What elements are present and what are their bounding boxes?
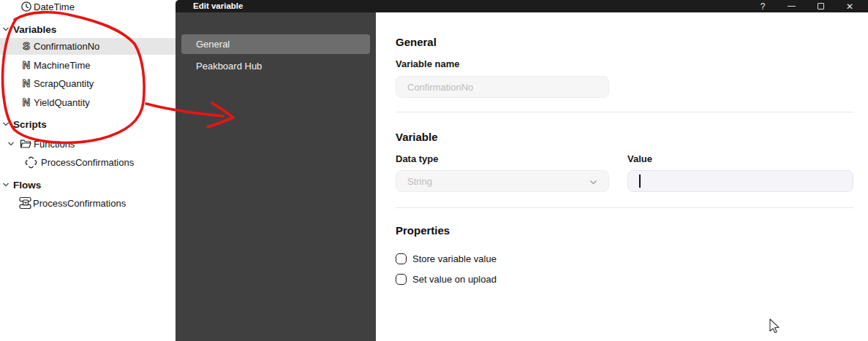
checkbox-label: Store variable value	[412, 253, 497, 264]
nav-item-label: General	[196, 39, 230, 50]
tree-item-machinetime[interactable]: N MachineTime	[0, 57, 176, 73]
nav-item-general[interactable]: General	[181, 34, 370, 54]
chevron-down-icon[interactable]	[1, 120, 10, 129]
tree-item-label: ProcessConfirmations	[33, 198, 126, 209]
tree-group-scripts[interactable]: Scripts	[0, 116, 176, 132]
number-type-icon: N	[20, 77, 32, 90]
clock-icon	[20, 1, 32, 12]
tree-group-label: Flows	[13, 180, 41, 191]
data-type-label: Data type	[396, 153, 439, 164]
minimize-button[interactable]	[780, 0, 802, 12]
value-input[interactable]	[627, 170, 853, 192]
flow-icon	[19, 196, 32, 210]
tree-item-label: YieldQuantity	[34, 97, 90, 108]
nav-item-label: Peakboard Hub	[196, 61, 262, 72]
number-type-icon: N	[20, 96, 32, 109]
dialog-content: General Variable name ConfirmationNo Var…	[376, 12, 868, 341]
dialog-nav-sidebar: General Peakboard Hub	[176, 12, 376, 341]
data-type-dropdown[interactable]: String	[396, 170, 609, 192]
svg-text:N: N	[23, 77, 30, 89]
tree-item-label: ScrapQuantity	[34, 78, 94, 89]
tree-item-confirmationno[interactable]: S ConfirmationNo	[0, 38, 176, 55]
tree-item-label: MachineTime	[34, 60, 91, 71]
data-type-value: String	[407, 176, 432, 187]
tree-item-label: ProcessConfirmations	[41, 157, 134, 168]
maximize-icon	[818, 3, 824, 9]
close-button[interactable]: ✕	[839, 0, 861, 12]
tree-item-processconfirmations-flow[interactable]: ProcessConfirmations	[0, 195, 176, 211]
help-button[interactable]: ?	[752, 0, 774, 12]
set-value-on-upload-checkbox[interactable]	[396, 274, 407, 285]
number-type-icon: N	[20, 59, 32, 72]
tree-item-functions[interactable]: Functions	[0, 136, 176, 152]
dialog-title: Edit variable	[193, 1, 243, 10]
variable-heading: Variable	[396, 131, 438, 143]
variable-name-label: Variable name	[396, 58, 459, 69]
section-divider	[396, 112, 853, 112]
nav-item-peakboard-hub[interactable]: Peakboard Hub	[181, 56, 370, 76]
general-heading: General	[396, 36, 437, 48]
chevron-down-icon[interactable]	[7, 139, 15, 148]
app-tree-panel: DateTime Variables S ConfirmationNo N Ma…	[0, 0, 176, 341]
tree-item-scrapquantity[interactable]: N ScrapQuantity	[0, 75, 176, 91]
properties-heading: Properties	[396, 224, 450, 237]
folder-icon	[20, 138, 32, 150]
chevron-down-icon[interactable]	[1, 180, 10, 189]
store-variable-value-checkbox[interactable]	[396, 253, 407, 264]
string-type-icon: S	[20, 40, 32, 53]
help-icon: ?	[761, 1, 766, 12]
tree-group-label: Variables	[13, 24, 56, 35]
variable-name-value: ConfirmationNo	[407, 82, 473, 93]
edit-variable-dialog: Edit variable ? ✕ General Peakboard Hub …	[176, 0, 868, 341]
chevron-down-icon	[589, 177, 598, 189]
set-value-on-upload-row[interactable]: Set value on upload	[396, 273, 497, 285]
close-icon: ✕	[846, 1, 853, 12]
tree-item-yieldquantity[interactable]: N YieldQuantity	[0, 94, 176, 110]
tree-item-label: DateTime	[34, 1, 75, 12]
tree-item-label: ConfirmationNo	[34, 41, 99, 52]
checkbox-label: Set value on upload	[412, 274, 497, 285]
dialog-titlebar[interactable]: Edit variable ? ✕	[176, 0, 868, 12]
tree-item-datetime[interactable]: DateTime	[0, 0, 176, 15]
maximize-button[interactable]	[809, 0, 831, 12]
chevron-down-icon[interactable]	[1, 25, 10, 34]
value-label: Value	[627, 153, 652, 164]
tree-group-label: Scripts	[13, 119, 47, 130]
tree-group-variables[interactable]: Variables	[0, 21, 176, 37]
tree-item-processconfirmations-function[interactable]: ProcessConfirmations	[0, 154, 176, 170]
variable-name-input[interactable]: ConfirmationNo	[396, 76, 609, 98]
text-caret	[639, 175, 641, 188]
function-icon	[25, 156, 37, 169]
svg-text:S: S	[23, 40, 30, 52]
svg-text:N: N	[23, 59, 30, 71]
minimize-icon	[788, 6, 796, 7]
tree-item-label: Functions	[34, 139, 75, 150]
section-divider	[396, 207, 853, 208]
tree-group-flows[interactable]: Flows	[0, 177, 176, 193]
svg-text:N: N	[23, 96, 30, 108]
store-variable-value-row[interactable]: Store variable value	[396, 253, 497, 264]
